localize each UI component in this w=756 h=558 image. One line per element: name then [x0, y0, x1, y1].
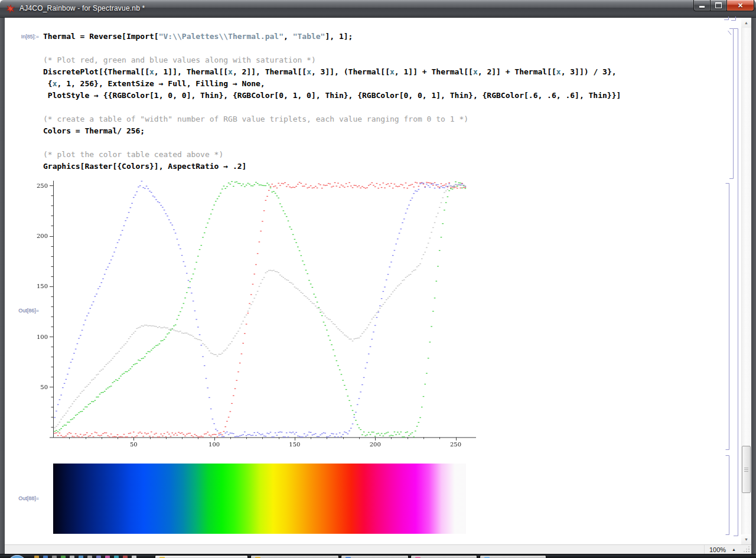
- code-token: "V:\\Palettes\\Thermal.pal": [159, 32, 284, 41]
- maximize-icon: [715, 2, 722, 8]
- close-button[interactable]: ✕: [727, 0, 754, 11]
- quick-launch-icon[interactable]: [79, 556, 83, 558]
- code-token: , 1]], Thermal[[: [154, 67, 228, 76]
- taskbar-button[interactable]: [250, 555, 339, 558]
- out88-cell-label: Out[88]=: [15, 495, 39, 501]
- code-token: x: [556, 67, 561, 76]
- code-token: Graphics[Raster[{Colors}], AspectRatio →…: [43, 162, 246, 171]
- mathematica-spikey-icon: [6, 4, 15, 14]
- scrollbar-thumb[interactable]: [742, 446, 751, 493]
- taskbar-button[interactable]: [410, 555, 477, 558]
- code-token: PlotStyle → {{RGBColor[1, 0, 0], Thin}, …: [43, 91, 621, 100]
- quick-launch-icon[interactable]: [123, 556, 128, 558]
- code-token: , 2]] + Thermal[[: [478, 67, 556, 76]
- resize-grip[interactable]: [748, 551, 750, 552]
- quick-launch-icon[interactable]: [114, 556, 119, 558]
- window-border-right: [751, 18, 756, 554]
- code-token: x: [390, 67, 395, 76]
- quick-launch-icon[interactable]: [61, 556, 66, 558]
- code-token: x: [149, 67, 154, 76]
- magnification-popup-arrow-icon: ▲: [732, 547, 736, 552]
- quick-launch-icon[interactable]: [34, 556, 39, 558]
- code-line[interactable]: {x, 1, 256}, ExtentSize → Full, Filling …: [43, 78, 621, 90]
- down-arrow-icon: ▼: [744, 537, 748, 541]
- in-cell-label: In[85]:=: [15, 34, 39, 40]
- code-token: Colors = Thermal/ 256;: [43, 126, 145, 135]
- magnification-control[interactable]: 100% ▲: [704, 545, 741, 554]
- scrollbar-down-button[interactable]: ▼: [741, 534, 751, 544]
- magnification-value: 100%: [709, 546, 726, 553]
- scrollbar-up-button[interactable]: ▲: [741, 18, 751, 28]
- quick-launch-icon[interactable]: [43, 556, 48, 558]
- code-token: ], 1];: [325, 32, 353, 41]
- quick-launch-icon[interactable]: [70, 556, 74, 558]
- code-line[interactable]: (* create a table of "width" number of R…: [43, 113, 621, 125]
- minimize-button[interactable]: [693, 0, 711, 11]
- windows-taskbar[interactable]: [0, 554, 756, 558]
- maximize-button[interactable]: [711, 0, 727, 11]
- code-token: x: [473, 67, 478, 76]
- close-icon: ✕: [738, 2, 743, 9]
- statusbar: 100% ▲: [5, 544, 751, 554]
- quick-launch-icon[interactable]: [52, 556, 57, 558]
- code-token: x: [228, 67, 233, 76]
- code-token: "Table": [293, 32, 325, 41]
- code-token: , 3]], (Thermal[[: [311, 67, 390, 76]
- quick-launch-icon[interactable]: [87, 556, 92, 558]
- quick-launch-icon[interactable]: [105, 556, 110, 558]
- code-line[interactable]: [43, 43, 621, 54]
- code-token: (* plot the color table ceated above *): [43, 150, 223, 159]
- window-border-left: [0, 18, 5, 554]
- titlebar[interactable]: AJ4CO_Rainbow - for Spectravue.nb * ✕: [0, 0, 756, 18]
- quick-launch-icon[interactable]: [96, 556, 101, 558]
- code-token: Thermal = Reverse[Import[: [43, 32, 159, 41]
- code-token: , 1, 256}, ExtentSize → Full, Filling → …: [57, 79, 265, 88]
- discreteplot-output-graphic: [35, 177, 484, 449]
- taskbar-button[interactable]: [480, 555, 546, 558]
- input-cell-code[interactable]: Thermal = Reverse[Import["V:\\Palettes\\…: [43, 31, 621, 172]
- code-line[interactable]: PlotStyle → {{RGBColor[1, 0, 0], Thin}, …: [43, 90, 621, 102]
- start-orb[interactable]: [8, 555, 27, 558]
- code-token: {: [43, 79, 53, 88]
- code-token: ,: [284, 32, 293, 41]
- code-line[interactable]: DiscretePlot[{Thermal[[x, 1]], Thermal[[…: [43, 66, 621, 78]
- code-line[interactable]: [43, 102, 621, 113]
- code-token: , 2]], Thermal[[: [233, 67, 307, 76]
- window-controls: ✕: [693, 0, 754, 11]
- code-token: DiscretePlot[{Thermal[[: [43, 67, 149, 76]
- code-line[interactable]: [43, 137, 621, 149]
- code-token: , 3]]) / 3},: [561, 67, 617, 76]
- code-line[interactable]: (* Plot red, green and blue values along…: [43, 54, 621, 66]
- code-token: x: [307, 67, 311, 76]
- code-token: (* create a table of "width" number of R…: [43, 115, 468, 123]
- taskbar-button-active[interactable]: [155, 555, 248, 558]
- code-token: (* Plot red, green and blue values along…: [43, 56, 316, 64]
- taskbar-button[interactable]: [341, 555, 409, 558]
- code-line[interactable]: (* plot the color table ceated above *): [43, 149, 621, 161]
- code-line[interactable]: Thermal = Reverse[Import["V:\\Palettes\\…: [43, 31, 621, 43]
- code-line[interactable]: Colors = Thermal/ 256;: [43, 125, 621, 137]
- scrollbar-thumb-grip: [744, 468, 748, 468]
- quick-launch-icon[interactable]: [132, 556, 136, 558]
- code-line[interactable]: Graphics[Raster[{Colors}], AspectRatio →…: [43, 161, 621, 172]
- code-token: , 1]] + Thermal[[: [395, 67, 473, 76]
- window-title: AJ4CO_Rainbow - for Spectravue.nb *: [19, 4, 145, 12]
- up-arrow-icon: ▲: [744, 21, 748, 25]
- raster-gradient-output: [53, 464, 466, 534]
- minimize-icon: [699, 6, 705, 8]
